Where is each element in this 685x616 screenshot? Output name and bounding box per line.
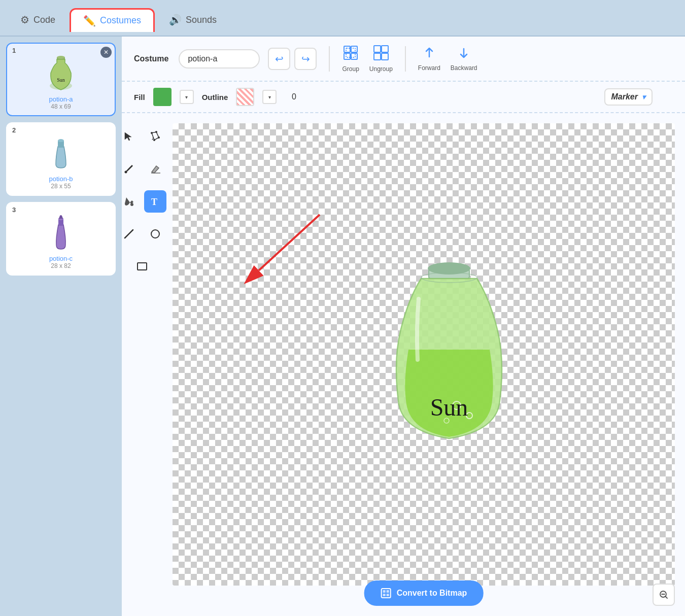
costume-item-3[interactable]: 3 potion-c 28 x 82 [6,202,116,276]
costume-size-2: 28 x 55 [51,183,71,190]
costume-preview-1: Sun [36,53,86,93]
svg-rect-28 [138,263,147,270]
costume-name-input[interactable] [179,49,260,69]
forward-icon [422,46,436,62]
costume-size-1: 48 x 69 [51,103,71,110]
svg-point-4 [58,139,64,142]
convert-btn-label: Convert to Bitmap [397,589,467,598]
costume-number-3: 3 [12,206,16,214]
tool-row-4 [118,223,166,245]
tool-row-1 [118,125,166,148]
marker-select[interactable]: Marker ▾ [604,88,653,106]
group-section: Group Ungroup [342,45,392,73]
svg-point-18 [151,132,153,134]
tab-sounds[interactable]: 🔊 Sounds [157,9,229,31]
tab-costumes[interactable]: ✏️ Costumes [70,8,155,32]
tab-bar: ⚙ Code ✏️ Costumes 🔊 Sounds [0,0,685,37]
svg-rect-12 [374,46,381,52]
svg-rect-40 [387,590,389,593]
svg-rect-41 [383,594,386,596]
fill-toolbar: Fill ▾ Outline ▾ 0 Marker ▾ [122,82,685,113]
toolbar-divider-1 [329,46,330,72]
zoom-controls [653,584,675,606]
select-tool[interactable] [118,125,140,148]
svg-point-27 [151,230,159,238]
fill-dropdown[interactable]: ▾ [180,90,194,104]
outline-dropdown[interactable]: ▾ [262,90,277,104]
zoom-out-icon [659,590,669,600]
tab-costumes-label: Costumes [100,15,141,26]
svg-text:Sun: Sun [57,77,65,83]
tab-sounds-label: Sounds [186,15,217,25]
costume-item-1[interactable]: 1 ✕ Sun potion-a 48 x 69 [6,43,116,116]
tab-code[interactable]: ⚙ Code [8,9,67,31]
ungroup-label: Ungroup [369,65,393,73]
svg-rect-10 [351,53,357,59]
costume-number-2: 2 [12,126,16,134]
costume-preview-3 [36,212,86,253]
svg-rect-9 [344,53,350,59]
outline-label: Outline [202,93,228,101]
ungroup-icon [373,45,389,63]
code-icon: ⚙ [20,14,29,26]
tool-row-5 [131,255,153,278]
line-tool[interactable] [118,223,140,245]
undo-redo-group: ↩ ↪ [268,48,317,70]
costume-item-2[interactable]: 2 potion-b 28 x 55 [6,122,116,196]
drawing-canvas[interactable]: Sun [162,113,685,616]
backward-button[interactable]: Backward [451,46,477,72]
svg-point-1 [57,56,65,59]
fill-label: Fill [134,93,145,101]
svg-text:T: T [151,197,157,207]
rect-tool[interactable] [131,255,153,278]
main-content: 1 ✕ Sun potion-a 48 x 69 2 [0,37,685,616]
costume-label: Costume [134,54,168,63]
toolbar-divider-2 [405,46,406,72]
outline-swatch[interactable] [236,88,254,106]
svg-text:Sun: Sun [430,394,468,421]
convert-to-bitmap-button[interactable]: Convert to Bitmap [364,580,484,606]
costume-size-3: 28 x 82 [51,262,71,269]
svg-line-26 [125,230,133,238]
costume-name-2: potion-b [49,175,73,183]
costumes-icon: ✏️ [83,15,96,27]
costume-delete-1[interactable]: ✕ [100,47,112,58]
tab-code-label: Code [33,15,55,25]
svg-point-20 [158,136,160,139]
potion-svg: Sun [368,258,530,451]
tool-row-2 [118,158,166,180]
tools-panel: T [122,113,162,616]
forward-button[interactable]: Forward [418,46,440,72]
backward-icon [457,46,471,62]
marker-label: Marker [611,92,638,101]
group-button[interactable]: Group [342,45,359,73]
potion-a-preview-svg: Sun [46,55,76,91]
brush-tool[interactable] [118,158,140,180]
svg-rect-39 [383,590,386,593]
redo-button[interactable]: ↪ [294,48,317,70]
editor-panel: Costume ↩ ↪ [122,37,685,616]
ungroup-button[interactable]: Ungroup [369,45,393,73]
svg-rect-8 [351,46,357,52]
svg-line-37 [259,215,320,270]
undo-button[interactable]: ↩ [268,48,290,70]
sounds-icon: 🔊 [169,14,182,26]
svg-point-22 [125,171,127,174]
fill-tool[interactable] [118,190,140,213]
potion-illustration: Sun [368,258,530,451]
svg-point-21 [153,139,155,141]
canvas-background: Sun [173,123,675,586]
fill-color-swatch[interactable] [153,88,172,106]
svg-rect-14 [374,53,381,60]
costume-name-1: potion-a [49,95,73,103]
svg-rect-13 [382,46,388,52]
marker-dropdown-icon: ▾ [642,93,645,101]
group-label: Group [342,65,359,73]
canvas-area: T [122,113,685,616]
backward-label: Backward [451,64,477,72]
tool-row-3: T [118,190,166,213]
costumes-sidebar: 1 ✕ Sun potion-a 48 x 69 2 [0,37,122,616]
svg-rect-42 [387,594,389,596]
zoom-out-button[interactable] [653,584,675,606]
convert-icon [381,588,392,599]
